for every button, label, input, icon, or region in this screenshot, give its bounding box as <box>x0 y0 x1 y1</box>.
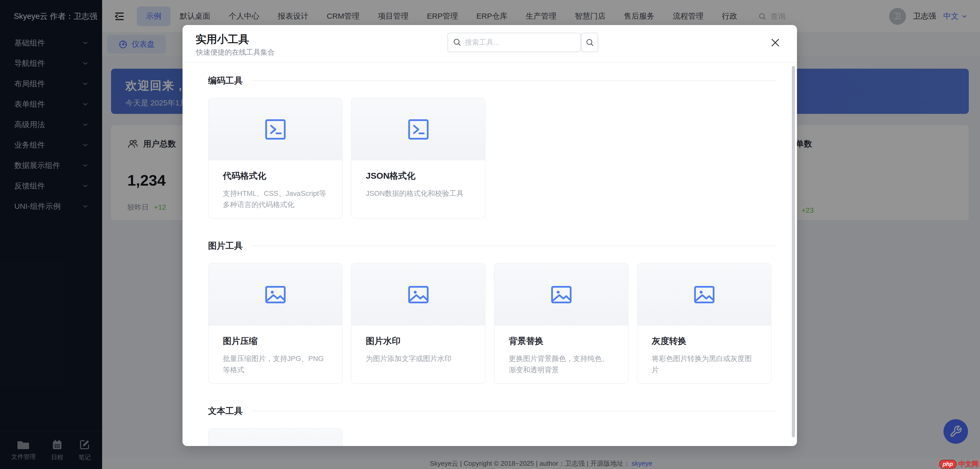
tool-body: 代码格式化 支持HTML、CSS、JavaScript等多种语言的代码格式化 <box>208 161 342 210</box>
tool-body: 灰度转换 将彩色图片转换为黑白或灰度图片 <box>638 326 771 375</box>
tool-name: 图片水印 <box>366 335 471 347</box>
tool-desc: 为图片添加文字或图片水印 <box>366 353 471 364</box>
tool-search-group <box>447 33 598 52</box>
tool-desc: JSON数据的格式化和校验工具 <box>366 188 471 199</box>
tool-card[interactable]: 灰度转换 将彩色图片转换为黑白或灰度图片 <box>637 263 772 384</box>
tool-section: 文本工具 <box>208 405 776 446</box>
php-cn-watermark: php 中文网 <box>939 459 978 469</box>
tool-card[interactable]: 图片水印 为图片添加文字或图片水印 <box>351 263 485 384</box>
app-root: Skyeye云 作者：卫志强 示例 默认桌面 个人中心 <box>0 0 980 469</box>
tool-card[interactable]: JSON格式化 JSON数据的格式化和校验工具 <box>351 98 485 219</box>
modal-body: 编码工具 <box>183 63 797 446</box>
tool-desc: 更换图片背景颜色，支持纯色、渐变和透明背景 <box>509 353 614 375</box>
tool-search-input[interactable] <box>447 33 581 52</box>
section-head: 编码工具 <box>208 75 776 87</box>
tool-desc: 将彩色图片转换为黑白或灰度图片 <box>652 353 757 375</box>
tool-name: JSON格式化 <box>366 170 471 182</box>
section-head: 图片工具 <box>208 240 776 252</box>
image-icon <box>264 283 287 306</box>
tool-desc: 批量压缩图片，支持JPG、PNG等格式 <box>223 353 328 375</box>
search-icon <box>453 38 461 46</box>
tool-section: 图片工具 <box>208 240 776 384</box>
tool-icon-area <box>352 264 485 326</box>
section-title: 编码工具 <box>208 75 243 87</box>
search-icon <box>585 38 594 47</box>
tool-icon-area <box>495 264 628 326</box>
terminal-icon <box>407 118 430 141</box>
tool-name: 代码格式化 <box>223 170 328 182</box>
tools-modal: 实用小工具 快速便捷的在线工具集合 <box>183 25 797 446</box>
tool-body: JSON格式化 JSON数据的格式化和校验工具 <box>352 161 485 199</box>
tool-section: 编码工具 <box>208 75 776 219</box>
tool-body: 图片压缩 批量压缩图片，支持JPG、PNG等格式 <box>208 326 342 375</box>
tool-icon-area <box>208 264 342 326</box>
image-icon <box>550 283 573 306</box>
tool-icon-area <box>638 264 771 326</box>
modal-title: 实用小工具 <box>196 32 249 46</box>
tool-body: 背景替换 更换图片背景颜色，支持纯色、渐变和透明背景 <box>495 326 628 375</box>
tool-name: 图片压缩 <box>223 335 328 347</box>
section-head: 文本工具 <box>208 405 776 417</box>
image-icon <box>407 283 430 306</box>
section-title: 文本工具 <box>208 405 243 417</box>
modal-subtitle: 快速便捷的在线工具集合 <box>196 48 275 57</box>
tool-desc: 支持HTML、CSS、JavaScript等多种语言的代码格式化 <box>223 188 328 210</box>
tool-name: 背景替换 <box>509 335 614 347</box>
tool-grid: 图片压缩 批量压缩图片，支持JPG、PNG等格式 <box>208 263 776 384</box>
image-icon <box>692 283 716 306</box>
tool-search-button[interactable] <box>581 33 598 52</box>
terminal-icon <box>264 118 287 141</box>
tool-body: 图片水印 为图片添加文字或图片水印 <box>352 326 485 364</box>
tool-card[interactable] <box>208 428 342 446</box>
tool-card[interactable]: 代码格式化 支持HTML、CSS、JavaScript等多种语言的代码格式化 <box>208 98 342 219</box>
modal-close-button[interactable] <box>769 36 782 49</box>
tool-card[interactable]: 图片压缩 批量压缩图片，支持JPG、PNG等格式 <box>208 263 342 384</box>
close-icon <box>770 37 781 48</box>
php-logo: php <box>939 460 956 469</box>
tool-icon-area <box>352 98 485 161</box>
tool-card[interactable]: 背景替换 更换图片背景颜色，支持纯色、渐变和透明背景 <box>494 263 628 384</box>
section-title: 图片工具 <box>208 240 243 252</box>
tool-name: 灰度转换 <box>652 335 757 347</box>
tool-grid <box>208 428 776 446</box>
section-divider <box>252 80 776 81</box>
modal-header: 实用小工具 快速便捷的在线工具集合 <box>183 25 797 62</box>
watermark-text: 中文网 <box>959 459 978 469</box>
section-divider <box>252 246 776 246</box>
tool-grid: 代码格式化 支持HTML、CSS、JavaScript等多种语言的代码格式化 <box>208 98 776 219</box>
tool-search-wrap <box>447 33 581 52</box>
section-divider <box>252 411 776 411</box>
tool-icon-area <box>208 429 342 446</box>
tool-icon-area <box>208 98 342 161</box>
modal-scrollbar[interactable] <box>792 66 795 437</box>
